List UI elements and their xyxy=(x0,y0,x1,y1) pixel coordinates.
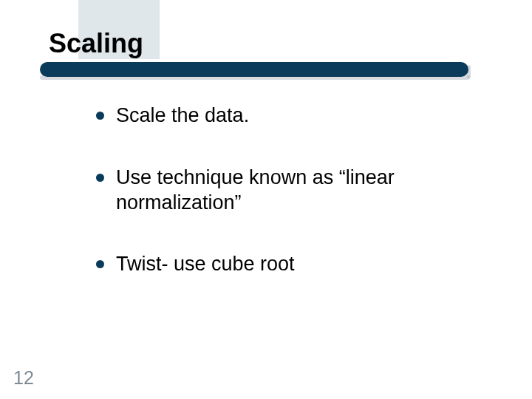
slide-number: 12 xyxy=(13,367,34,389)
bullet-icon xyxy=(96,260,104,268)
bullet-text: Twist- use cube root xyxy=(116,252,480,277)
bullet-text: Scale the data. xyxy=(116,103,480,129)
list-item: Use technique known as “linear normaliza… xyxy=(96,166,480,216)
bullet-icon xyxy=(96,112,104,120)
title-bar-fill xyxy=(40,62,468,77)
slide-title: Scaling xyxy=(49,28,143,59)
content-area: Scale the data. Use technique known as “… xyxy=(96,103,480,314)
list-item: Scale the data. xyxy=(96,103,480,129)
slide: Scaling Scale the data. Use technique kn… xyxy=(0,0,532,399)
list-item: Twist- use cube root xyxy=(96,252,480,277)
bullet-icon xyxy=(96,174,104,182)
bullet-text: Use technique known as “linear normaliza… xyxy=(116,166,480,216)
title-bar xyxy=(40,62,470,81)
